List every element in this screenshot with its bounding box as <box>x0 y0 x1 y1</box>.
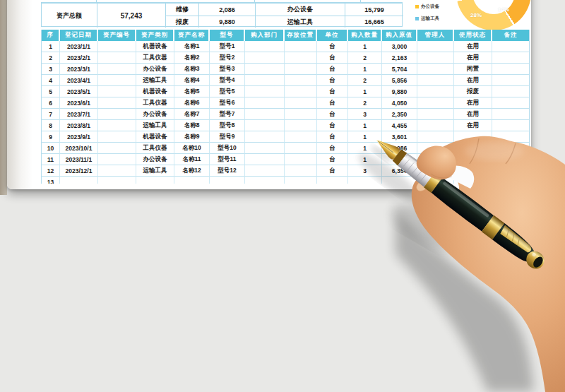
table-cell[interactable]: 名称5 <box>174 86 210 97</box>
table-cell[interactable] <box>285 86 317 97</box>
table-cell[interactable]: 2023/8/1 <box>60 120 98 131</box>
table-cell[interactable]: 2023/9/1 <box>60 131 98 143</box>
table-cell[interactable] <box>492 154 529 165</box>
table-cell[interactable]: 1 <box>348 120 382 131</box>
table-cell[interactable]: 台 <box>317 120 348 131</box>
column-header[interactable]: 资产类别 <box>136 30 174 41</box>
table-cell[interactable] <box>454 131 492 143</box>
column-header[interactable]: 序 <box>42 30 60 41</box>
table-cell[interactable]: 机器设备 <box>136 131 174 143</box>
table-cell[interactable]: 型号8 <box>210 120 245 131</box>
table-cell[interactable]: 工具仪器 <box>136 52 174 64</box>
table-cell[interactable]: 名称10 <box>174 143 210 154</box>
table-cell[interactable]: 工具仪器 <box>136 143 174 154</box>
table-cell[interactable]: 型号3 <box>210 64 245 75</box>
table-cell[interactable]: 3,601 <box>382 131 417 143</box>
table-cell[interactable]: 2023/4/1 <box>60 75 98 86</box>
table-cell[interactable]: 名称1 <box>174 41 210 52</box>
table-cell[interactable]: 办公设备 <box>136 154 174 165</box>
table-cell[interactable]: 台 <box>317 52 348 64</box>
table-cell[interactable] <box>417 64 454 75</box>
column-header[interactable]: 存放位置 <box>285 30 317 41</box>
table-cell[interactable]: 3 <box>42 64 60 75</box>
table-cell[interactable]: 2023/1/1 <box>60 41 98 52</box>
table-cell[interactable] <box>98 109 136 120</box>
table-cell[interactable] <box>98 120 136 131</box>
table-cell[interactable] <box>245 97 285 109</box>
table-cell[interactable] <box>417 52 454 64</box>
table-cell[interactable] <box>454 177 492 184</box>
table-cell[interactable] <box>417 41 454 52</box>
table-cell[interactable] <box>285 75 317 86</box>
table-cell[interactable] <box>285 41 317 52</box>
column-header[interactable]: 资产名称 <box>174 30 210 41</box>
column-header[interactable]: 购入原值 <box>382 30 417 41</box>
table-cell[interactable]: 3 <box>348 109 382 120</box>
table-cell[interactable]: 1 <box>42 41 60 52</box>
table-cell[interactable] <box>382 154 417 165</box>
table-cell[interactable]: 9 <box>42 131 60 143</box>
table-cell[interactable]: 台 <box>317 143 348 154</box>
table-cell[interactable]: 5 <box>42 86 60 97</box>
column-header[interactable]: 登记日期 <box>60 30 98 41</box>
table-cell[interactable] <box>492 143 529 154</box>
table-cell[interactable]: 名称9 <box>174 131 210 143</box>
legend-item[interactable]: 运输工具 <box>415 16 439 22</box>
table-cell[interactable] <box>417 131 454 143</box>
table-cell[interactable]: 型号12 <box>210 165 245 177</box>
table-cell[interactable] <box>98 143 136 154</box>
table-cell[interactable] <box>417 165 454 177</box>
column-header[interactable]: 购入数量 <box>348 30 382 41</box>
table-cell[interactable] <box>98 177 136 184</box>
table-cell[interactable]: 4,050 <box>382 97 417 109</box>
table-cell[interactable]: 1 <box>348 64 382 75</box>
table-cell[interactable]: 型号2 <box>210 52 245 64</box>
table-cell[interactable]: 6 <box>42 97 60 109</box>
table-cell[interactable]: 机器设备 <box>136 86 174 97</box>
table-cell[interactable] <box>417 143 454 154</box>
table-cell[interactable]: 10 <box>42 143 60 154</box>
table-cell[interactable] <box>285 120 317 131</box>
column-header[interactable]: 购入部门 <box>245 30 285 41</box>
table-cell[interactable] <box>98 165 136 177</box>
total-assets-value[interactable]: 57,243 <box>97 4 165 28</box>
table-cell[interactable]: 型号6 <box>210 97 245 109</box>
table-cell[interactable] <box>245 75 285 86</box>
table-cell[interactable]: 2023/7/1 <box>60 109 98 120</box>
table-cell[interactable] <box>285 52 317 64</box>
table-cell[interactable] <box>417 75 454 86</box>
table-cell[interactable] <box>245 41 285 52</box>
table-cell[interactable] <box>210 177 245 184</box>
table-cell[interactable] <box>245 177 285 184</box>
table-cell[interactable] <box>98 154 136 165</box>
table-cell[interactable]: 工具仪器 <box>136 97 174 109</box>
column-header[interactable]: 使用状态 <box>454 30 492 41</box>
table-cell[interactable]: 名称2 <box>174 52 210 64</box>
table-cell[interactable]: 办公设备 <box>136 64 174 75</box>
table-cell[interactable]: 1 <box>348 131 382 143</box>
table-cell[interactable] <box>417 109 454 120</box>
office-equipment-label[interactable]: 办公设备 <box>255 4 345 16</box>
table-cell[interactable] <box>98 86 136 97</box>
table-cell[interactable]: 在用 <box>454 41 492 52</box>
table-cell[interactable]: 2023/2/1 <box>60 52 98 64</box>
table-cell[interactable]: 1 <box>348 41 382 52</box>
table-cell[interactable] <box>417 177 454 184</box>
table-cell[interactable]: 名称7 <box>174 109 210 120</box>
table-cell[interactable] <box>98 131 136 143</box>
table-cell[interactable] <box>60 177 98 184</box>
table-cell[interactable] <box>285 131 317 143</box>
table-cell[interactable]: 5,856 <box>382 75 417 86</box>
table-cell[interactable]: 在用 <box>454 75 492 86</box>
table-cell[interactable]: 1 <box>348 86 382 97</box>
table-cell[interactable] <box>98 64 136 75</box>
table-cell[interactable] <box>454 143 492 154</box>
table-cell[interactable]: 型号1 <box>210 41 245 52</box>
table-cell[interactable]: 名称6 <box>174 97 210 109</box>
table-cell[interactable]: 运输工具 <box>136 165 174 177</box>
table-cell[interactable] <box>245 154 285 165</box>
table-cell[interactable] <box>454 154 492 165</box>
table-cell[interactable] <box>454 165 492 177</box>
table-cell[interactable]: 台 <box>317 154 348 165</box>
table-cell[interactable]: 12 <box>42 165 60 177</box>
